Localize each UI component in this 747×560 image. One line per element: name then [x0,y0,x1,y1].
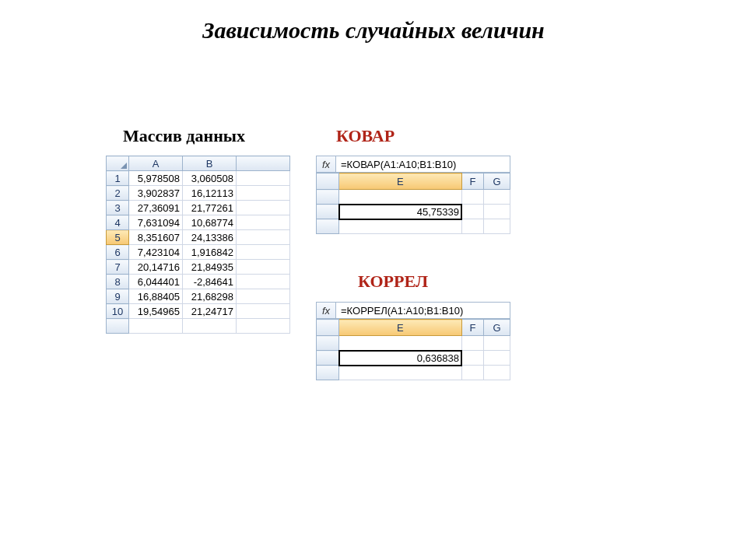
cell-b[interactable]: 21,84935 [183,260,237,275]
row-header[interactable]: 3 [107,201,129,215]
row-header[interactable]: 10 [107,304,129,319]
table-row: 15,9785083,060508 [107,171,290,186]
cell-a[interactable]: 8,351607 [129,230,183,245]
cell-a[interactable]: 19,54965 [129,304,183,319]
row-header[interactable]: 7 [107,260,129,275]
label-data-array: Массив данных [123,126,245,146]
table-row: 86,044401-2,84641 [107,275,290,289]
cell-a[interactable]: 6,044401 [129,275,183,289]
korrel-block: fx =КОРРЕЛ(A1:A10;B1:B10) E F G 0,636838 [316,302,510,380]
cell-a[interactable]: 5,978508 [129,171,183,186]
cell-a[interactable]: 3,902837 [129,186,183,201]
row-header[interactable]: 4 [107,215,129,230]
label-korrel: КОРРЕЛ [358,271,428,292]
table-row: 327,3609121,77261 [107,201,290,215]
kovar-result-cell[interactable]: 45,75339 [339,205,462,219]
cell-b[interactable]: 3,060508 [183,171,237,186]
formula-input-korrel[interactable]: =КОРРЕЛ(A1:A10;B1:B10) [336,303,510,318]
cell-b[interactable]: 24,13386 [183,230,237,245]
cell-b[interactable]: 10,68774 [183,215,237,230]
cell-a[interactable]: 20,14716 [129,260,183,275]
kovar-block: fx =КОВАР(A1:A10;B1:B10) E F G 45,75339 [316,156,510,234]
fx-icon[interactable]: fx [317,303,336,318]
korrel-result-cell[interactable]: 0,636838 [339,351,462,366]
col-header-a[interactable]: A [129,156,183,171]
kovar-sheet: E F G 45,75339 [316,173,510,234]
cell-b[interactable]: 21,24717 [183,304,237,319]
korrel-sheet: E F G 0,636838 [316,319,510,380]
row-stub [317,173,339,190]
col-header-empty [237,156,290,171]
cell-a[interactable]: 16,88405 [129,289,183,304]
table-row: 720,1471621,84935 [107,260,290,275]
cell-b[interactable]: 21,68298 [183,289,237,304]
label-kovar: КОВАР [336,126,395,146]
row-header[interactable]: 1 [107,171,129,186]
data-spreadsheet: A B 15,9785083,06050823,90283716,1211332… [106,156,290,334]
cell-a[interactable]: 7,631094 [129,215,183,230]
table-row: 47,63109410,68774 [107,215,290,230]
formula-input-kovar[interactable]: =КОВАР(A1:A10;B1:B10) [336,156,510,172]
formula-bar-kovar: fx =КОВАР(A1:A10;B1:B10) [316,156,510,173]
formula-bar-korrel: fx =КОРРЕЛ(A1:A10;B1:B10) [316,302,510,319]
row-header[interactable]: 8 [107,275,129,289]
cell-b[interactable]: 16,12113 [183,186,237,201]
table-row: 1019,5496521,24717 [107,304,290,319]
cell-b[interactable]: 1,916842 [183,245,237,260]
col-header-e[interactable]: E [339,320,462,336]
table-row: 916,8840521,68298 [107,289,290,304]
table-row: 23,90283716,12113 [107,186,290,201]
page-title: Зависимость случайных величин [0,17,747,44]
select-all-corner[interactable] [107,156,129,171]
row-header[interactable]: 6 [107,245,129,260]
table-row: 58,35160724,13386 [107,230,290,245]
row-header-empty [107,319,129,334]
cell-b[interactable]: 21,77261 [183,201,237,215]
row-header[interactable]: 2 [107,186,129,201]
cell-a[interactable]: 27,36091 [129,201,183,215]
col-header-f[interactable]: F [461,320,483,336]
table-row: 67,4231041,916842 [107,245,290,260]
col-header-g[interactable]: G [484,173,510,190]
row-stub [317,320,339,336]
cell-a[interactable]: 7,423104 [129,245,183,260]
col-header-g[interactable]: G [484,320,510,336]
fx-icon[interactable]: fx [317,156,336,172]
cell-b[interactable]: -2,84641 [183,275,237,289]
col-header-b[interactable]: B [183,156,237,171]
row-header[interactable]: 5 [107,230,129,245]
col-header-f[interactable]: F [461,173,483,190]
row-header[interactable]: 9 [107,289,129,304]
col-header-e[interactable]: E [339,173,462,190]
